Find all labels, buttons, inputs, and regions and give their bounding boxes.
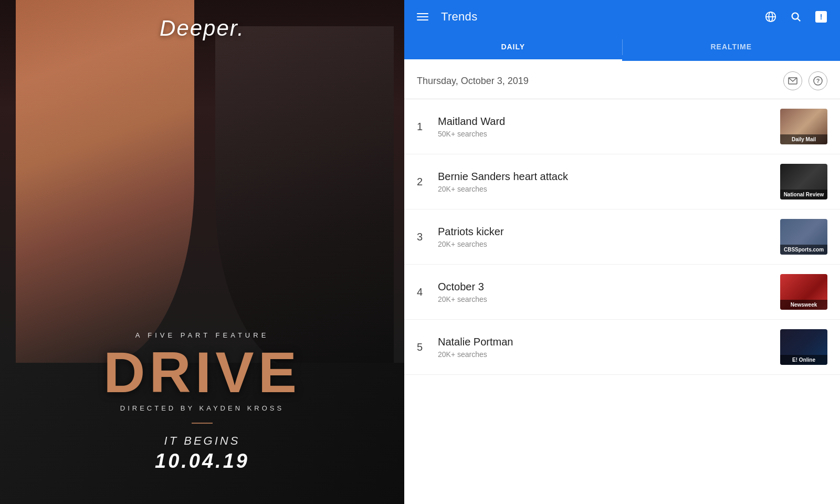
app-header: Trends ! [404, 0, 840, 34]
thumbnail-label: E! Online [780, 355, 827, 365]
trend-thumbnail: Newsweek [780, 274, 827, 310]
thumbnail-label: CBSSports.com [780, 245, 827, 255]
left-panel: Deeper. A FIVE PART FEATURE DRIVE DIRECT… [0, 0, 404, 504]
help-button[interactable]: ? [808, 71, 827, 90]
trend-name: Natalie Portman [438, 336, 772, 348]
header-icons: ! [760, 6, 832, 27]
trend-item[interactable]: 2 Bernie Sanders heart attack 20K+ searc… [404, 154, 840, 209]
trend-thumbnail: Daily Mail [780, 109, 827, 144]
tab-bar: DAILY REALTIME [404, 34, 840, 61]
trend-name: Maitland Ward [438, 116, 772, 128]
alert-icon: ! [815, 11, 827, 23]
trend-rank: 4 [417, 286, 429, 298]
trend-item[interactable]: 5 Natalie Portman 20K+ searches E! Onlin… [404, 320, 840, 375]
trend-searches: 20K+ searches [438, 350, 772, 359]
menu-button[interactable] [413, 9, 433, 25]
tab-daily[interactable]: DAILY [404, 34, 622, 61]
movie-info: A FIVE PART FEATURE DRIVE DIRECTED BY KA… [0, 331, 404, 504]
thumbnail-label: Daily Mail [780, 134, 827, 144]
alert-button[interactable]: ! [811, 6, 832, 27]
teaser-text: IT BEGINS [0, 434, 404, 448]
trend-info: Patriots kicker 20K+ searches [438, 226, 772, 248]
thumbnail-label: Newsweek [780, 300, 827, 310]
thumbnail-label: National Review [780, 190, 827, 200]
trend-thumbnail: CBSSports.com [780, 219, 827, 255]
svg-line-4 [797, 18, 800, 21]
figures [0, 0, 404, 363]
trend-thumbnail: E! Online [780, 329, 827, 365]
trend-info: October 3 20K+ searches [438, 281, 772, 303]
trend-info: Maitland Ward 50K+ searches [438, 116, 772, 138]
trend-rank: 3 [417, 231, 429, 243]
email-button[interactable] [783, 71, 802, 90]
right-panel: Trends ! DAILY REALTIME [404, 0, 840, 504]
date-header: Thursday, October 3, 2019 ? [404, 61, 840, 99]
divider [192, 423, 213, 424]
brand-title: Deeper. [160, 16, 245, 41]
globe-button[interactable] [760, 6, 781, 27]
trend-item[interactable]: 3 Patriots kicker 20K+ searches CBSSport… [404, 209, 840, 265]
trend-item[interactable]: 1 Maitland Ward 50K+ searches Daily Mail [404, 99, 840, 154]
trend-rank: 2 [417, 176, 429, 188]
date-action-icons: ? [783, 71, 827, 90]
figure-right [215, 26, 394, 363]
trend-thumbnail: National Review [780, 164, 827, 200]
trend-rank: 5 [417, 341, 429, 353]
content-area: Thursday, October 3, 2019 ? 1 [404, 61, 840, 504]
figure-left [16, 0, 194, 363]
svg-text:?: ? [816, 78, 820, 84]
date-label: Thursday, October 3, 2019 [417, 76, 529, 87]
trend-name: Bernie Sanders heart attack [438, 171, 772, 183]
trend-info: Bernie Sanders heart attack 20K+ searche… [438, 171, 772, 193]
search-button[interactable] [785, 6, 806, 27]
trend-rank: 1 [417, 121, 429, 133]
trend-searches: 50K+ searches [438, 130, 772, 138]
trend-item[interactable]: 4 October 3 20K+ searches Newsweek [404, 265, 840, 320]
tagline: A FIVE PART FEATURE [0, 331, 404, 339]
trend-name: Patriots kicker [438, 226, 772, 238]
director-credit: DIRECTED BY KAYDEN KROSS [0, 404, 404, 412]
trend-name: October 3 [438, 281, 772, 293]
movie-title: DRIVE [0, 343, 404, 401]
trend-info: Natalie Portman 20K+ searches [438, 336, 772, 359]
trend-searches: 20K+ searches [438, 295, 772, 303]
trend-searches: 20K+ searches [438, 240, 772, 248]
release-date: 10.04.19 [0, 450, 404, 472]
tab-realtime[interactable]: REALTIME [623, 34, 841, 61]
trend-searches: 20K+ searches [438, 185, 772, 193]
svg-point-3 [792, 13, 799, 19]
header-title: Trends [441, 10, 752, 24]
